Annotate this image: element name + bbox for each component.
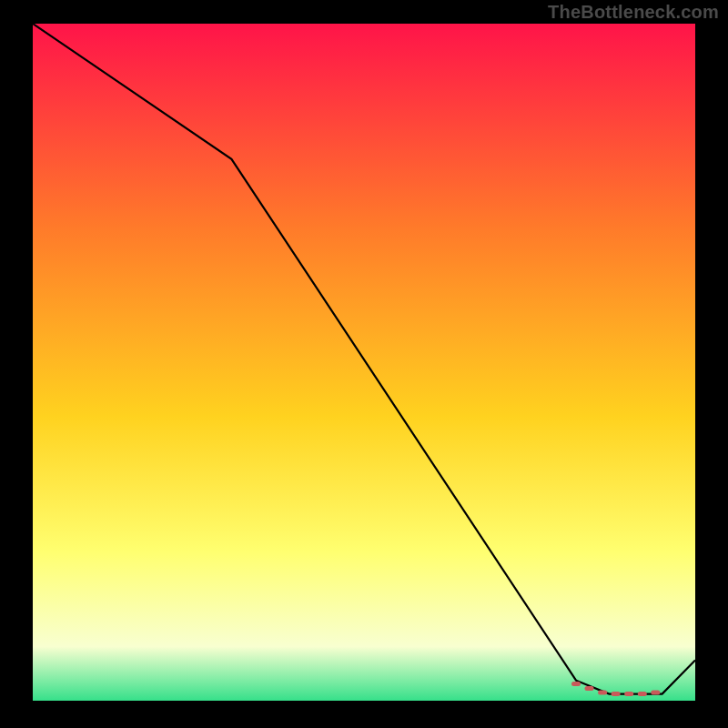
marker-dot (651, 691, 660, 695)
marker-dot (571, 682, 581, 686)
marker-dot (585, 686, 594, 691)
chart-svg (33, 24, 695, 701)
plot-area (33, 24, 695, 701)
gradient-background (33, 24, 695, 701)
marker-dot (612, 692, 621, 696)
marker-dot (638, 692, 647, 696)
marker-dot (598, 691, 607, 695)
chart-frame: TheBottleneck.com (0, 0, 728, 728)
marker-dot (624, 692, 633, 696)
watermark-text: TheBottleneck.com (548, 2, 719, 23)
